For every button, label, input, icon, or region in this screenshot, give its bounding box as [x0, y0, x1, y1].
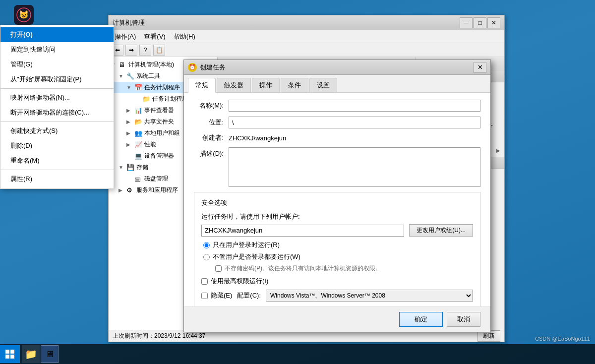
expand-icon-3: ▼ [126, 85, 132, 90]
tab-general[interactable]: 常规 [188, 78, 216, 93]
taskbar: 📁 🖥 [0, 344, 595, 364]
comp-mgmt-menubar: 操作(A) 查看(V) 帮助(H) [109, 30, 504, 43]
desc-textarea[interactable] [229, 147, 480, 187]
radio-logged-in: 只在用户登录时运行(R) [203, 241, 473, 249]
sidebar-tools-icon: 🔧 [126, 72, 134, 80]
location-label: 位置: [194, 118, 224, 127]
user-row: 更改用户或组(U)... [201, 224, 473, 237]
svg-text:😺: 😺 [19, 10, 29, 19]
context-menu-open[interactable]: 打开(O) [0, 27, 114, 42]
security-section: 安全选项 运行任务时，请使用下列用户帐户: 更改用户或组(U)... 只在用户登… [194, 192, 480, 306]
sidebar-event-label: 事件查看器 [144, 106, 174, 115]
highest-checkbox[interactable] [201, 278, 208, 285]
hidden-checkbox[interactable] [201, 293, 208, 299]
expand-icon-6: ▶ [126, 119, 132, 124]
context-menu-unpin[interactable]: 从"开始"屏幕取消固定(P) [0, 72, 114, 87]
hidden-label: 隐藏(E) [211, 291, 232, 300]
tab-settings[interactable]: 设置 [309, 78, 337, 92]
context-menu-sep1 [0, 88, 114, 89]
context-menu-sep3 [0, 170, 114, 170]
ok-button[interactable]: 确定 [399, 312, 443, 327]
last-refresh-label: 上次刷新时间：2023/9/12 16:44:37 [113, 332, 205, 340]
taskbar-explorer[interactable]: 📁 [22, 345, 40, 363]
hidden-row: 隐藏(E) [201, 291, 232, 300]
radio-always-input[interactable] [203, 254, 210, 260]
create-task-dialog: ⏰ 创建任务 ✕ 常规 触发器 操作 条件 设置 名称(M): 位置: 创建者: [183, 60, 491, 332]
desc-label: 描述(D): [194, 147, 224, 158]
expand-icon-8: ▶ [126, 142, 132, 147]
sidebar-tools-label: 系统工具 [136, 72, 160, 80]
radio-always-label: 不管用户是否登录都要运行(W) [213, 252, 300, 261]
toolbar-btn-3[interactable]: ? [139, 45, 151, 56]
expand-icon-12: ▶ [119, 187, 124, 193]
sidebar-perf-icon: 📈 [134, 141, 142, 149]
tab-conditions[interactable]: 条件 [281, 78, 308, 92]
minimize-button[interactable]: ─ [460, 17, 473, 28]
sidebar-root-icon: 🖥 [119, 61, 126, 69]
comp-mgmt-toolbar: ⬅ ➡ ? 📋 [109, 43, 504, 57]
dialog-footer: 确定 取消 [184, 306, 490, 332]
sidebar-folder-icon: 📂 [134, 118, 142, 126]
svg-rect-10 [5, 355, 9, 359]
toolbar-btn-2[interactable]: ➡ [125, 45, 137, 56]
user-input[interactable] [201, 225, 404, 237]
context-menu-map-drive[interactable]: 映射网络驱动器(N)... [0, 90, 114, 105]
comp-mgmt-titlebar: 计算机管理 ─ □ ✕ [109, 15, 504, 30]
sidebar-disk-icon: 🖴 [134, 175, 142, 183]
location-row: 位置: [194, 117, 480, 128]
context-menu-rename[interactable]: 重命名(M) [0, 153, 114, 168]
context-menu: 打开(O) 固定到快速访问 管理(G) 从"开始"屏幕取消固定(P) 映射网络驱… [0, 25, 114, 189]
svg-rect-9 [10, 350, 14, 354]
at-config-arrow: ▶ [496, 148, 500, 153]
start-button[interactable] [0, 345, 20, 363]
sidebar-root-label: 计算机管理(本地) [128, 61, 174, 69]
expand-icon-2: ▼ [119, 73, 124, 79]
sidebar-event-icon: 📊 [134, 107, 142, 115]
menu-action[interactable]: 操作(A) [111, 31, 140, 42]
context-menu-sep2 [0, 121, 114, 122]
context-menu-manage[interactable]: 管理(G) [0, 57, 114, 72]
radio-always: 不管用户是否登录都要运行(W) [203, 252, 473, 261]
sidebar-folder-label: 共享文件夹 [144, 118, 174, 126]
name-input[interactable] [229, 100, 480, 112]
close-button[interactable]: ✕ [487, 17, 500, 28]
sidebar-users-label: 本地用户和组 [144, 129, 180, 137]
tab-actions[interactable]: 操作 [252, 78, 280, 92]
sidebar-device-label: 设备管理器 [144, 152, 174, 160]
config-label: 配置(C): [237, 291, 261, 300]
sidebar-users-icon: 👥 [134, 129, 142, 137]
context-menu-properties[interactable]: 属性(R) [0, 172, 114, 186]
location-input[interactable] [229, 117, 480, 128]
dialog-close-button[interactable]: ✕ [474, 62, 486, 73]
hidden-config-row: 隐藏(E) 配置(C): Windows Vista™、Windows Serv… [201, 290, 473, 302]
tab-triggers[interactable]: 触发器 [217, 78, 251, 92]
sidebar-storage-icon: 💾 [126, 164, 134, 172]
no-pwd-checkbox[interactable] [215, 265, 222, 272]
no-pwd-row: 不存储密码(P)。该任务将只有访问本地计算机资源的权限。 [215, 264, 473, 273]
creator-row: 创建者: ZHCXKJ\wangkejun [194, 133, 480, 142]
watermark: CSDN @EaSoNgo111 [535, 336, 590, 342]
sidebar-storage-label: 存储 [136, 163, 148, 172]
dialog-titlebar: ⏰ 创建任务 ✕ [184, 60, 490, 75]
sidebar-disk-label: 磁盘管理 [144, 175, 168, 183]
taskbar-comp-mgmt[interactable]: 🖥 [41, 345, 59, 363]
menu-view[interactable]: 查看(V) [140, 31, 169, 42]
comp-mgmt-title: 计算机管理 [113, 18, 460, 27]
expand-icon-7: ▶ [126, 130, 132, 136]
change-user-button[interactable]: 更改用户或组(U)... [409, 224, 473, 237]
menu-help[interactable]: 帮助(H) [170, 31, 199, 42]
dialog-icon: ⏰ [188, 63, 197, 72]
toolbar-btn-4[interactable]: 📋 [153, 45, 165, 56]
security-title: 安全选项 [201, 198, 473, 207]
context-menu-shortcut[interactable]: 创建快捷方式(S) [0, 123, 114, 138]
radio-login-input[interactable] [203, 242, 210, 248]
name-label: 名称(M): [194, 101, 224, 110]
cancel-button[interactable]: 取消 [447, 312, 480, 327]
context-menu-delete[interactable]: 删除(D) [0, 138, 114, 153]
context-menu-pin-quick[interactable]: 固定到快速访问 [0, 42, 114, 57]
context-menu-disconnect[interactable]: 断开网络驱动器的连接(C)... [0, 105, 114, 120]
maximize-button[interactable]: □ [474, 17, 486, 28]
expand-icon-10: ▼ [119, 165, 124, 170]
highest-privilege-row: 使用最高权限运行(I) [201, 277, 473, 286]
config-select[interactable]: Windows Vista™、Windows Server™ 2008 [266, 290, 473, 302]
